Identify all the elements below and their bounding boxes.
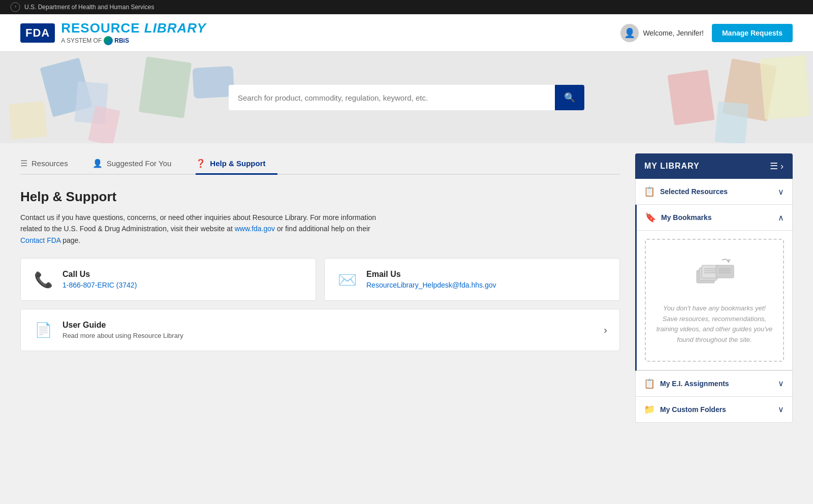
avatar: 👤 xyxy=(620,24,639,42)
fda-gov-link[interactable]: www.fda.gov xyxy=(235,225,275,233)
my-bookmarks-section: 🔖 My Bookmarks ∧ xyxy=(635,205,793,371)
my-library-title: MY LIBRARY xyxy=(644,162,700,171)
welcome-area: 👤 Welcome, Jennifer! xyxy=(620,24,704,42)
custom-folders-section: 📁 My Custom Folders ∨ xyxy=(635,397,793,423)
guide-icon: 📄 xyxy=(33,322,53,338)
gov-bar-label: U.S. Department of Health and Human Serv… xyxy=(24,4,154,11)
chevron-right-icon: › xyxy=(604,324,607,336)
guide-text-block: User Guide Read more about using Resourc… xyxy=(62,321,595,339)
tab-suggested[interactable]: 👤 Suggested For You xyxy=(92,153,184,175)
email-us-label: Email Us xyxy=(366,270,496,279)
search-container: 🔍 xyxy=(229,85,584,110)
title-part1: RESOURCE xyxy=(61,20,144,36)
main-layout: ☰ Resources 👤 Suggested For You ❓ Help &… xyxy=(0,143,813,448)
ei-assignments-section: 📋 My E.I. Assignments ∨ xyxy=(635,371,793,397)
subtitle-text: A SYSTEM OF xyxy=(61,37,102,44)
my-bookmarks-label: My Bookmarks xyxy=(661,213,712,222)
gov-bar: ⚕ U.S. Department of Health and Human Se… xyxy=(0,0,813,14)
bookmarks-empty-state: You don't have any bookmarks yet! Save r… xyxy=(645,239,784,362)
help-icon: ❓ xyxy=(196,159,206,168)
welcome-text: Welcome, Jennifer! xyxy=(643,29,704,37)
my-bookmarks-header-left: 🔖 My Bookmarks xyxy=(645,212,712,223)
tab-help-label: Help & Support xyxy=(210,159,265,168)
user-guide-card[interactable]: 📄 User Guide Read more about using Resou… xyxy=(20,309,620,351)
tab-resources-label: Resources xyxy=(32,159,68,168)
selected-resources-section: 📋 Selected Resources ∨ xyxy=(635,179,793,205)
guide-title: User Guide xyxy=(62,321,595,330)
rbis-circle-icon xyxy=(104,36,113,45)
papers-stack-icon xyxy=(694,255,735,286)
logo-area: FDA RESOURCE LiBRARY A SYSTEM OF RBiS xyxy=(20,20,206,45)
sidebar: MY LIBRARY ☰ › 📋 Selected Resources ∨ xyxy=(635,143,793,428)
svg-rect-9 xyxy=(716,265,734,278)
accordion-container: 📋 Selected Resources ∨ 🔖 My Bookmarks ∧ xyxy=(635,179,793,423)
guide-desc: Read more about using Resource Library xyxy=(62,332,595,339)
selected-resources-header-left: 📋 Selected Resources xyxy=(644,186,728,197)
help-title: Help & Support xyxy=(20,189,620,205)
tab-help[interactable]: ❓ Help & Support xyxy=(196,153,277,175)
custom-folders-icon: 📁 xyxy=(644,404,655,415)
ei-assignments-label: My E.I. Assignments xyxy=(660,380,729,388)
svg-text:⚕: ⚕ xyxy=(15,5,16,8)
ei-assignments-icon: 📋 xyxy=(644,378,655,389)
selected-resources-label: Selected Resources xyxy=(660,187,728,196)
email-us-card: ✉️ Email Us ResourceLibrary_Helpdesk@fda… xyxy=(324,258,620,301)
phone-icon: 📞 xyxy=(33,271,53,289)
search-input[interactable] xyxy=(229,85,555,110)
tab-resources[interactable]: ☰ Resources xyxy=(20,153,80,175)
email-us-info: Email Us ResourceLibrary_Helpdesk@fda.hh… xyxy=(366,270,496,289)
tabs: ☰ Resources 👤 Suggested For You ❓ Help &… xyxy=(20,153,620,175)
call-us-card: 📞 Call Us 1-866-807-ERIC (3742) xyxy=(20,258,316,301)
library-subtitle: A SYSTEM OF RBiS xyxy=(61,36,206,45)
help-desc-text2: or find additional help on their xyxy=(275,225,370,233)
call-us-info: Call Us 1-866-807-ERIC (3742) xyxy=(62,270,137,289)
custom-folders-chevron: ∨ xyxy=(778,404,784,414)
custom-folders-header[interactable]: 📁 My Custom Folders ∨ xyxy=(636,397,792,422)
resources-icon: ☰ xyxy=(20,159,27,168)
ei-assignments-header-left: 📋 My E.I. Assignments xyxy=(644,378,729,389)
selected-resources-header[interactable]: 📋 Selected Resources ∨ xyxy=(636,179,792,204)
rbis-logo: RBiS xyxy=(104,36,129,45)
fda-logo: FDA xyxy=(20,23,55,43)
manage-requests-button[interactable]: Manage Requests xyxy=(712,24,793,42)
tab-suggested-label: Suggested For You xyxy=(107,159,172,168)
title-part2: LiBRARY xyxy=(144,20,206,36)
my-bookmarks-header[interactable]: 🔖 My Bookmarks ∧ xyxy=(637,205,792,231)
ei-assignments-chevron: ∨ xyxy=(778,379,784,388)
call-us-value[interactable]: 1-866-807-ERIC (3742) xyxy=(62,281,137,289)
library-title-block: RESOURCE LiBRARY A SYSTEM OF RBiS xyxy=(61,20,206,45)
search-button[interactable]: 🔍 xyxy=(555,85,584,110)
selected-resources-icon: 📋 xyxy=(644,186,655,197)
bookmarks-empty-text: You don't have any bookmarks yet! Save r… xyxy=(656,304,773,343)
avatar-icon: 👤 xyxy=(624,27,635,39)
header-right: 👤 Welcome, Jennifer! Manage Requests xyxy=(620,24,793,42)
call-us-label: Call Us xyxy=(62,270,137,279)
library-title: RESOURCE LiBRARY xyxy=(61,20,206,36)
my-bookmarks-body: You don't have any bookmarks yet! Save r… xyxy=(637,231,792,370)
rbis-label: RBiS xyxy=(114,37,129,44)
contact-cards: 📞 Call Us 1-866-807-ERIC (3742) ✉️ Email… xyxy=(20,258,620,301)
content-area: ☰ Resources 👤 Suggested For You ❓ Help &… xyxy=(20,143,635,428)
hhs-seal-icon: ⚕ xyxy=(10,2,20,12)
ei-assignments-header[interactable]: 📋 My E.I. Assignments ∨ xyxy=(636,371,792,396)
help-desc-text3: page. xyxy=(60,236,80,244)
contact-fda-link[interactable]: Contact FDA xyxy=(20,236,60,244)
header: FDA RESOURCE LiBRARY A SYSTEM OF RBiS 👤 … xyxy=(0,14,813,52)
help-description: Contact us if you have questions, concer… xyxy=(20,212,396,246)
custom-folders-header-left: 📁 My Custom Folders xyxy=(644,404,726,415)
email-us-value[interactable]: ResourceLibrary_Helpdesk@fda.hhs.gov xyxy=(366,281,496,289)
bookmarks-chevron: ∧ xyxy=(778,213,784,223)
bookmarks-icon: 🔖 xyxy=(645,212,656,223)
custom-folders-label: My Custom Folders xyxy=(660,405,726,414)
menu-expand-icon[interactable]: ☰ › xyxy=(770,161,784,172)
hero-section: 🔍 xyxy=(0,52,813,143)
my-library-header: MY LIBRARY ☰ › xyxy=(635,153,793,179)
search-icon: 🔍 xyxy=(564,92,575,103)
email-icon: ✉️ xyxy=(337,271,357,289)
empty-bookmarks-illustration xyxy=(656,255,773,297)
suggested-icon: 👤 xyxy=(92,159,103,168)
selected-resources-chevron: ∨ xyxy=(778,187,784,197)
